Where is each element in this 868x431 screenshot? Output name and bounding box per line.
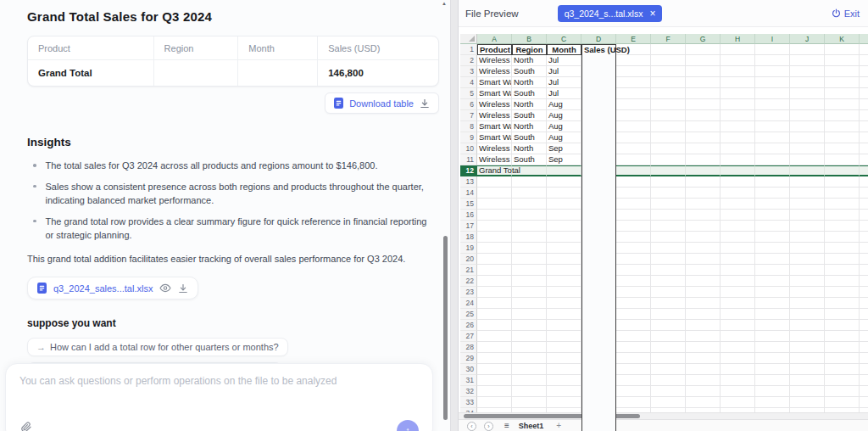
cell-B27[interactable] [512, 331, 547, 342]
cell-H6[interactable] [721, 99, 755, 110]
cell-A5[interactable]: Smart Wat [477, 88, 512, 99]
cell-L18[interactable] [860, 232, 868, 243]
row-number-19[interactable]: 19 [460, 243, 477, 254]
column-header-c[interactable]: C [547, 34, 581, 44]
cell-B3[interactable]: South [512, 66, 547, 77]
cell-J9[interactable] [790, 132, 825, 143]
panel-divider[interactable] [450, 0, 459, 431]
sheet-menu-icon[interactable]: ≡ [504, 422, 509, 430]
cell-I8[interactable] [755, 121, 790, 132]
cell-C17[interactable] [547, 221, 581, 232]
row-number-31[interactable]: 31 [460, 375, 477, 386]
cell-F8[interactable] [651, 121, 686, 132]
cell-F13[interactable] [651, 176, 686, 188]
cell-C33[interactable] [547, 397, 581, 408]
cell-J28[interactable] [790, 342, 825, 353]
cell-I9[interactable] [755, 132, 790, 143]
cell-G10[interactable] [686, 143, 721, 154]
cell-A20[interactable] [477, 254, 512, 265]
cell-G14[interactable] [686, 188, 721, 199]
cell-H1[interactable] [721, 44, 755, 55]
cell-K26[interactable] [825, 320, 860, 331]
cell-F9[interactable] [651, 132, 686, 143]
cell-J8[interactable] [790, 121, 825, 132]
cell-J2[interactable] [790, 55, 825, 66]
cell-E9[interactable] [616, 132, 651, 143]
scrollbar-up-arrow[interactable]: ▲ [442, 1, 447, 6]
cell-C13[interactable] [547, 176, 581, 188]
cell-C23[interactable] [547, 287, 581, 298]
cell-I17[interactable] [755, 221, 790, 232]
cell-H18[interactable] [721, 232, 755, 243]
cell-E17[interactable] [616, 221, 651, 232]
cell-B5[interactable]: South [512, 88, 547, 99]
cell-H2[interactable] [721, 55, 755, 66]
cell-G16[interactable] [686, 210, 721, 221]
cell-F21[interactable] [651, 265, 686, 276]
cell-G25[interactable] [686, 309, 721, 320]
cell-F2[interactable] [651, 55, 686, 66]
row-number-16[interactable]: 16 [460, 210, 477, 221]
cell-G18[interactable] [686, 232, 721, 243]
cell-A12[interactable]: Grand Total [477, 165, 512, 176]
cell-H12[interactable] [721, 165, 755, 176]
cell-J10[interactable] [790, 143, 825, 154]
cell-I24[interactable] [755, 298, 790, 309]
cell-L32[interactable] [860, 386, 868, 397]
cell-I10[interactable] [755, 143, 790, 154]
cell-J17[interactable] [790, 221, 825, 232]
cell-H11[interactable] [721, 154, 755, 165]
cell-K27[interactable] [825, 331, 860, 342]
cell-B4[interactable]: North [512, 77, 547, 88]
cell-A2[interactable]: Wireless E [477, 55, 512, 66]
cell-A18[interactable] [477, 232, 512, 243]
cell-J21[interactable] [790, 265, 825, 276]
cell-G7[interactable] [686, 110, 721, 121]
cell-L28[interactable] [860, 342, 868, 353]
cell-B31[interactable] [512, 375, 547, 386]
column-header-f[interactable]: F [651, 34, 686, 44]
cell-L13[interactable] [860, 176, 868, 188]
cell-L33[interactable] [860, 397, 868, 408]
cell-B7[interactable]: South [512, 110, 547, 121]
cell-K33[interactable] [825, 397, 860, 408]
cell-G31[interactable] [686, 375, 721, 386]
cell-B9[interactable]: South [512, 132, 547, 143]
cell-L25[interactable] [860, 309, 868, 320]
cell-I22[interactable] [755, 276, 790, 287]
cell-I18[interactable] [755, 232, 790, 243]
cell-J25[interactable] [790, 309, 825, 320]
cell-A7[interactable]: Wireless E [477, 110, 512, 121]
cell-L24[interactable] [860, 298, 868, 309]
cell-A3[interactable]: Wireless E [477, 66, 512, 77]
cell-L4[interactable] [860, 77, 868, 88]
cell-G19[interactable] [686, 243, 721, 254]
cell-I15[interactable] [755, 199, 790, 210]
row-number-5[interactable]: 5 [460, 88, 477, 99]
cell-J16[interactable] [790, 210, 825, 221]
download-table-button[interactable]: Download table [325, 92, 439, 114]
cell-F27[interactable] [651, 331, 686, 342]
cell-F26[interactable] [651, 320, 686, 331]
cell-J27[interactable] [790, 331, 825, 342]
cell-B20[interactable] [512, 254, 547, 265]
cell-G4[interactable] [686, 77, 721, 88]
cell-L21[interactable] [860, 265, 868, 276]
cell-G33[interactable] [686, 397, 721, 408]
row-number-25[interactable]: 25 [460, 309, 477, 320]
cell-K32[interactable] [825, 386, 860, 397]
cell-L27[interactable] [860, 331, 868, 342]
cell-G1[interactable] [686, 44, 721, 55]
cell-I28[interactable] [755, 342, 790, 353]
cell-G9[interactable] [686, 132, 721, 143]
cell-B10[interactable]: North [512, 143, 547, 154]
cell-F10[interactable] [651, 143, 686, 154]
cell-C15[interactable] [547, 199, 581, 210]
cell-E5[interactable] [616, 88, 651, 99]
cell-K28[interactable] [825, 342, 860, 353]
cell-F6[interactable] [651, 99, 686, 110]
cell-B8[interactable]: North [512, 121, 547, 132]
row-number-24[interactable]: 24 [460, 298, 477, 309]
cell-J18[interactable] [790, 232, 825, 243]
row-number-13[interactable]: 13 [460, 176, 477, 188]
